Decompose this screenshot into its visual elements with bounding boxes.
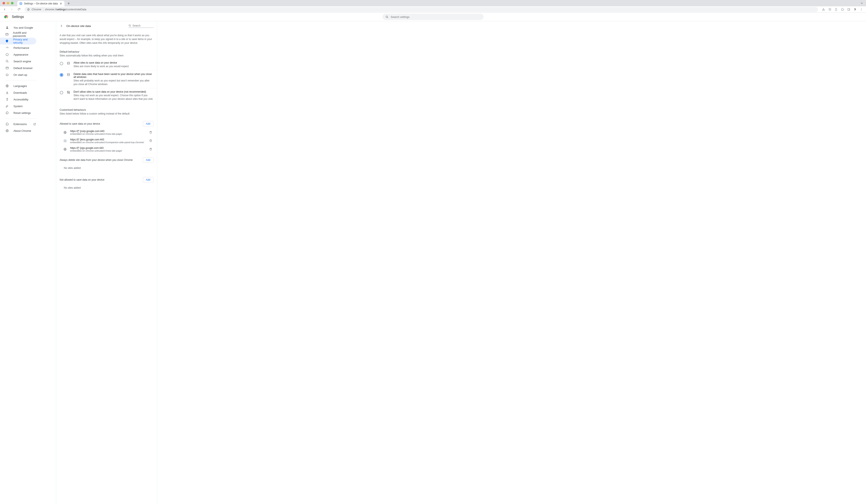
- svg-line-12: [388, 17, 388, 18]
- delete-button[interactable]: [148, 138, 154, 144]
- add-not-allowed-button[interactable]: Add: [143, 177, 154, 182]
- gear-icon: [19, 2, 22, 5]
- not-allowed-list-header: Not allowed to save data on your device …: [56, 173, 157, 184]
- browser-tab-active[interactable]: Settings – On-device site data: [17, 1, 65, 6]
- delete-button[interactable]: [148, 130, 154, 135]
- customised-heading: Customised behaviours: [56, 103, 157, 112]
- tab-close-button[interactable]: [59, 2, 62, 5]
- svg-point-24: [7, 130, 8, 131]
- extensions-button[interactable]: [840, 7, 845, 12]
- side-panel-button[interactable]: [846, 7, 852, 12]
- new-tab-button[interactable]: [66, 0, 71, 6]
- svg-point-25: [129, 25, 130, 26]
- page-title: On-device site data: [66, 24, 125, 27]
- radio-button[interactable]: [59, 73, 63, 77]
- lens-icon: [63, 139, 67, 143]
- svg-line-16: [7, 47, 8, 48]
- browser-toolbar: Chrome chrome://settings/content/siteDat…: [0, 6, 866, 13]
- chrome-menu-button[interactable]: [858, 7, 864, 12]
- reload-button[interactable]: [16, 7, 22, 12]
- tabstrip: Settings – On-device site data: [17, 0, 71, 6]
- person-icon: [5, 26, 9, 29]
- labs-button[interactable]: [833, 7, 839, 12]
- site-row: https://[*.]lens.google.com:443embedded …: [56, 137, 157, 145]
- settings-app-header: Settings: [0, 13, 866, 21]
- sidebar-item-system[interactable]: System: [0, 103, 36, 110]
- sidebar-item-performance[interactable]: Performance: [0, 44, 36, 51]
- window-close-button[interactable]: [2, 2, 5, 4]
- search-icon: [5, 59, 9, 63]
- not-allowed-empty: No sites added: [56, 184, 157, 193]
- radio-button[interactable]: [59, 62, 63, 66]
- omnibox-url: chrome://settings/content/siteData: [45, 8, 86, 11]
- wrench-icon: [5, 104, 9, 108]
- svg-rect-19: [6, 67, 9, 69]
- tab-title: Settings – On-device site data: [24, 2, 58, 5]
- sidebar: You and Google Autofill and passwords Pr…: [0, 21, 54, 504]
- sidebar-item-search-engine[interactable]: Search engine: [0, 58, 36, 65]
- svg-rect-3: [848, 9, 850, 10]
- add-allowed-button[interactable]: Add: [143, 121, 154, 126]
- page-search-input[interactable]: [132, 24, 154, 27]
- sidebar-item-privacy-security[interactable]: Privacy and security: [0, 38, 36, 44]
- default-behaviour-sub: Sites automatically follow this setting …: [56, 54, 157, 59]
- open-in-new-icon: [33, 123, 36, 125]
- share-button[interactable]: [821, 7, 826, 12]
- sidebar-item-default-browser[interactable]: Default browser: [0, 65, 36, 71]
- sidebar-item-reset[interactable]: Reset settings: [0, 110, 36, 116]
- window-zoom-button[interactable]: [11, 2, 13, 4]
- settings-search[interactable]: [382, 14, 484, 20]
- back-button[interactable]: [2, 7, 8, 12]
- page-intro: A site that you visit can save info abou…: [56, 31, 157, 45]
- accessibility-icon: [5, 98, 9, 101]
- browser-icon: [5, 66, 9, 70]
- svg-point-17: [6, 60, 8, 62]
- forward-button[interactable]: [9, 7, 15, 12]
- omnibox[interactable]: Chrome chrome://settings/content/siteDat…: [24, 7, 818, 12]
- sidebar-item-downloads[interactable]: Downloads: [0, 89, 36, 96]
- sidebar-item-accessibility[interactable]: Accessibility: [0, 96, 36, 103]
- settings-search-input[interactable]: [391, 15, 481, 19]
- svg-line-26: [130, 26, 131, 26]
- always-delete-list-header: Always delete site data from your device…: [56, 154, 157, 165]
- svg-point-13: [7, 26, 8, 27]
- add-always-delete-button[interactable]: Add: [143, 157, 154, 163]
- svg-point-22: [7, 98, 8, 99]
- radio-option-allow[interactable]: Allow sites to save data on your deviceS…: [56, 59, 157, 70]
- default-behaviour-heading: Default behaviour: [56, 45, 157, 54]
- radio-option-delete-on-close[interactable]: Delete data sites that have been saved t…: [56, 70, 157, 88]
- delete-button[interactable]: [148, 146, 154, 152]
- database-icon: [66, 62, 70, 65]
- page-search[interactable]: [129, 24, 154, 28]
- sidebar-item-you-and-google[interactable]: You and Google: [0, 24, 36, 31]
- window-traffic-lights: [0, 2, 13, 4]
- window-minimize-button[interactable]: [7, 2, 9, 4]
- sidebar-item-about[interactable]: About Chrome: [0, 127, 36, 134]
- palette-icon: [5, 53, 9, 56]
- radio-option-block[interactable]: Don't allow sites to save data on your d…: [56, 88, 157, 103]
- sidebar-item-languages[interactable]: Languages: [0, 82, 36, 89]
- radio-button[interactable]: [59, 91, 63, 94]
- chrome-icon: [5, 129, 9, 132]
- globe-icon: [5, 84, 9, 88]
- sidebar-item-extensions[interactable]: Extensions: [0, 121, 36, 127]
- sidebar-item-appearance[interactable]: Appearance: [0, 51, 36, 58]
- sidebar-item-startup[interactable]: On start-up: [0, 71, 36, 78]
- svg-point-10: [6, 16, 7, 17]
- site-info-icon[interactable]: [27, 8, 30, 11]
- download-icon: [5, 91, 9, 94]
- speedometer-icon: [5, 46, 9, 49]
- sidebar-item-autofill[interactable]: Autofill and passwords: [0, 31, 36, 38]
- customised-sub: Sites listed below follow a custom setti…: [56, 112, 157, 117]
- svg-point-28: [67, 73, 70, 74]
- omnibox-divider: [43, 8, 43, 11]
- bookmark-button[interactable]: [827, 7, 833, 12]
- omnibox-chip: Chrome: [32, 8, 41, 11]
- globe-icon: [63, 147, 67, 152]
- search-icon: [385, 15, 389, 19]
- svg-point-27: [67, 62, 70, 63]
- tabstrip-overflow-button[interactable]: [861, 2, 863, 4]
- site-row: https://[*.]corp.google.com:443embedded …: [56, 128, 157, 137]
- profile-button[interactable]: S: [852, 7, 858, 12]
- back-arrow-button[interactable]: [59, 24, 63, 28]
